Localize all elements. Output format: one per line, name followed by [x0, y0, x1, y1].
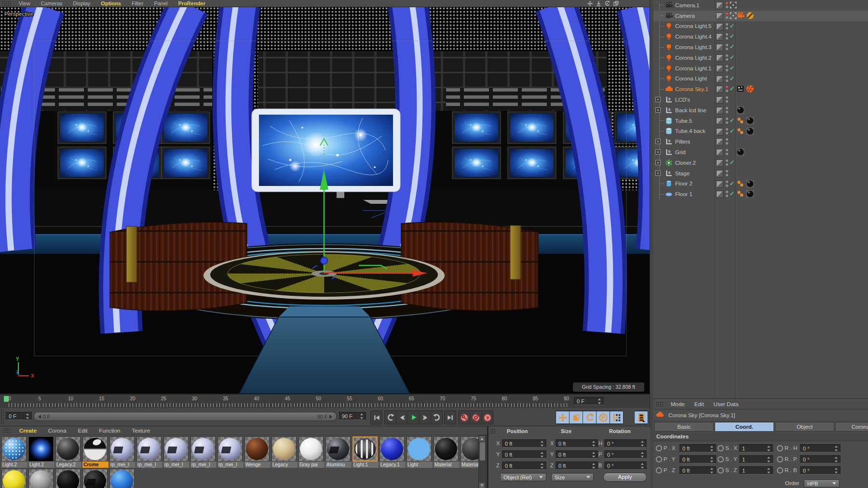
scrollbar-thumb[interactable]: [480, 442, 485, 461]
object-row-corona-sky-1[interactable]: Corona Sky.1✓: [653, 84, 868, 94]
layer-swatch-icon[interactable]: [716, 149, 723, 156]
visibility-dot-bottom[interactable]: [726, 79, 728, 82]
material-thumbnail[interactable]: [353, 436, 378, 462]
visibility-dot-bottom[interactable]: [726, 37, 728, 40]
p-x-field[interactable]: 0 ft: [679, 444, 716, 452]
layer-swatch-icon[interactable]: [716, 170, 723, 177]
visibility-dot-bottom[interactable]: [726, 90, 728, 92]
material-menu-edit[interactable]: Edit: [72, 428, 94, 434]
material-thumbnail[interactable]: [28, 469, 54, 488]
stepper-icon[interactable]: [767, 457, 771, 462]
frame-field[interactable]: 0 F: [574, 397, 604, 405]
dots-tag[interactable]: [736, 117, 745, 125]
size-z-field[interactable]: 0 ft: [556, 462, 598, 470]
material-item-legacy[interactable]: Legacy: [271, 436, 298, 468]
material-menu-function[interactable]: Function: [93, 428, 126, 434]
go-to-next-key-button[interactable]: [431, 411, 442, 423]
material-item-rp-mei-l[interactable]: rp_mei_l: [109, 436, 136, 468]
material-thumbnail[interactable]: [163, 436, 189, 462]
toggle-view-icon[interactable]: [613, 0, 620, 6]
rotate-view-icon[interactable]: [604, 0, 611, 6]
viewport-menu-options[interactable]: Options: [95, 0, 126, 6]
material-thumbnail[interactable]: [244, 436, 270, 462]
visibility-dot-bottom[interactable]: [726, 111, 728, 113]
material-thumbnail[interactable]: [407, 436, 432, 462]
rotation-b-field[interactable]: 0 °: [604, 462, 647, 470]
visibility-dot-bottom[interactable]: [726, 58, 728, 61]
object-row-corona-light-2[interactable]: Corona Light.2✓: [653, 53, 868, 63]
material-item-rp-mei-l[interactable]: rp_mei_l: [163, 436, 190, 468]
material-tag[interactable]: [746, 127, 754, 135]
enabled-check-icon[interactable]: ✓: [730, 128, 737, 135]
material-thumbnail[interactable]: [109, 469, 135, 488]
size-x-field[interactable]: 0 ft: [556, 439, 598, 448]
scroll-down-icon[interactable]: ▼: [479, 483, 485, 488]
stepper-icon[interactable]: [592, 463, 596, 469]
r-b-field[interactable]: 0 °: [800, 466, 841, 475]
material-item[interactable]: [1, 469, 27, 488]
material-item[interactable]: [109, 469, 136, 488]
stepper-icon[interactable]: [540, 441, 544, 447]
material-menu-corona[interactable]: Corona: [42, 428, 72, 434]
enabled-check-icon[interactable]: ✓: [730, 65, 737, 72]
enabled-check-icon[interactable]: ✓: [730, 33, 737, 40]
keyframe-help-button[interactable]: ?: [482, 411, 493, 423]
material-thumbnail[interactable]: [28, 436, 54, 462]
p-z-field[interactable]: 0 ft: [679, 466, 716, 475]
stepper-icon[interactable]: [834, 457, 839, 462]
material-item-crome[interactable]: Crome: [82, 436, 108, 468]
visibility-dot-top[interactable]: [726, 149, 728, 151]
visibility-dot-bottom[interactable]: [726, 27, 728, 29]
visibility-dot-top[interactable]: [726, 33, 728, 36]
material-thumbnail[interactable]: [1, 469, 27, 488]
perspective-view[interactable]: Y Z X Perspective Grid Spacing : 32.808 …: [0, 7, 650, 394]
material-menu-create[interactable]: Create: [14, 428, 42, 434]
checkerball-tag[interactable]: [746, 85, 754, 93]
animation-dot-r-h[interactable]: [777, 445, 783, 451]
visibility-dot-top[interactable]: [726, 2, 728, 4]
layer-swatch-icon[interactable]: [716, 107, 723, 114]
object-row-lcd-s[interactable]: +0LCD's: [653, 94, 868, 105]
material-thumbnail[interactable]: [55, 469, 81, 488]
visibility-dot-bottom[interactable]: [726, 142, 728, 145]
animation-dot-r-b[interactable]: [777, 467, 783, 474]
viewport-menu-prorender[interactable]: ProRender: [173, 0, 211, 6]
visibility-dot-bottom[interactable]: [726, 6, 728, 8]
visibility-dot-top[interactable]: [726, 159, 728, 162]
stepper-icon[interactable]: [640, 452, 645, 458]
material-thumbnail[interactable]: [380, 436, 405, 462]
layer-swatch-icon[interactable]: [716, 2, 723, 9]
zoom-icon[interactable]: [596, 0, 602, 6]
pan-icon[interactable]: [587, 0, 594, 6]
stepper-icon[interactable]: [592, 441, 596, 447]
layer-swatch-icon[interactable]: [716, 44, 723, 51]
layer-swatch-icon[interactable]: [716, 33, 723, 40]
expand-icon[interactable]: +: [655, 171, 661, 176]
animation-dot-p-x[interactable]: [656, 445, 662, 451]
material-item-light-2[interactable]: Light.2: [28, 436, 54, 468]
rotation-p-field[interactable]: 0 °: [604, 450, 647, 459]
stepper-icon[interactable]: [360, 413, 364, 419]
visibility-dot-bottom[interactable]: [726, 185, 728, 187]
visibility-dot-bottom[interactable]: [726, 174, 728, 176]
render-preview-button[interactable]: [635, 411, 648, 423]
stepper-icon[interactable]: [710, 468, 714, 474]
visibility-dot-top[interactable]: [726, 191, 728, 193]
enabled-check-icon[interactable]: ✓: [730, 75, 737, 82]
material-item-light-1[interactable]: Light.1: [353, 436, 379, 468]
layer-swatch-icon[interactable]: [716, 118, 723, 125]
object-row-back-lcd-line[interactable]: +0Back lcd line: [653, 105, 868, 116]
stepper-icon[interactable]: [640, 463, 645, 469]
visibility-dot-top[interactable]: [726, 96, 728, 99]
record-scale-toggle[interactable]: [570, 411, 583, 423]
material-thumbnail[interactable]: [109, 436, 135, 462]
enabled-check-icon[interactable]: ✓: [730, 117, 737, 124]
end-frame-field[interactable]: 90 F: [339, 412, 366, 420]
compositing-tag[interactable]: [736, 85, 745, 93]
material-thumbnail[interactable]: [136, 436, 162, 462]
tab-corona-co[interactable]: Corona Co: [835, 422, 868, 432]
material-item-light[interactable]: Light: [407, 436, 433, 468]
dots-tag[interactable]: [736, 190, 745, 198]
r-h-field[interactable]: 0 °: [800, 444, 841, 452]
object-row-cloner-2[interactable]: +Cloner.2✓: [653, 158, 868, 168]
